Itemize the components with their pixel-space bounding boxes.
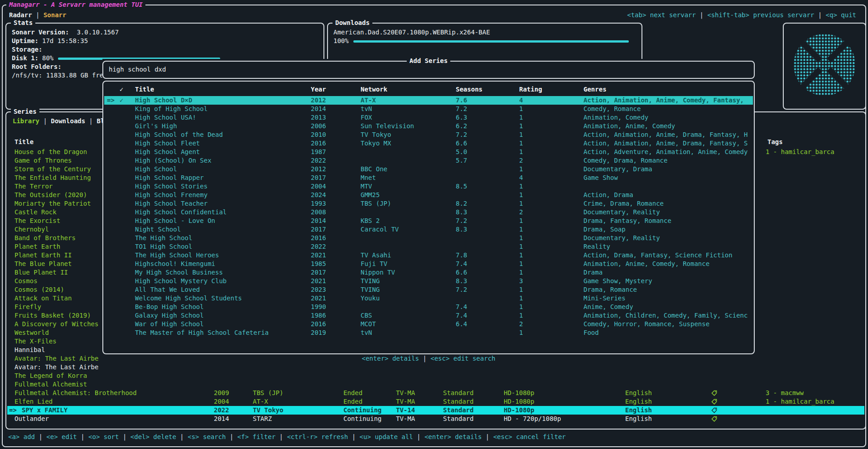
genres-cell: Anime, Comedy xyxy=(583,303,633,311)
result-row[interactable]: The Master of High School Cafeteria2019t… xyxy=(104,328,753,337)
seasons-cell: 7.2 xyxy=(456,130,467,139)
result-row[interactable]: High School of the Dead2010TV Tokyo7.21A… xyxy=(104,130,753,139)
result-row[interactable]: High School Mystery Club2021TVING8.33Gam… xyxy=(104,277,753,285)
separator: | xyxy=(814,11,825,19)
genres-cell: Action, Drama, Fantasy, Science Fiction xyxy=(583,251,733,260)
title-cell: The Outsider (2020) xyxy=(14,191,87,199)
result-row[interactable]: High School USA!2013FOX6.31Animation, Co… xyxy=(104,113,753,122)
result-row[interactable]: High (School) On Sex20225.72Comedy, Dram… xyxy=(104,156,753,165)
title-cell: Cosmos xyxy=(14,277,38,285)
tab-radarr[interactable]: Radarr xyxy=(9,11,32,19)
year-cell: 2012 xyxy=(311,165,326,174)
separator: | xyxy=(275,433,287,440)
genres-cell: Comedy, Horror, Romance, Suspense xyxy=(583,320,709,328)
status-cell: Ended xyxy=(343,389,362,397)
title-cell: Outlander xyxy=(14,415,49,423)
result-row[interactable]: High School Frenemy2024GMM251Action, Dra… xyxy=(104,191,753,199)
result-row[interactable]: High School Teacher1993TBS (JP)8.21Crime… xyxy=(104,199,753,208)
result-row[interactable]: TO1 High School20221Reality xyxy=(104,242,753,251)
series-row[interactable]: =>SPY x FAMILY2022TV TokyoContinuingTV-1… xyxy=(7,406,864,415)
key-hint: <del> delete xyxy=(130,433,176,440)
result-row[interactable]: Girl's High2006Sun Television6.21Animati… xyxy=(104,122,753,130)
result-row[interactable]: High School Agent19875.01Action, Adventu… xyxy=(104,148,753,156)
year-cell: 2019 xyxy=(311,328,326,337)
result-row[interactable]: High School Rapper2017Mnet4Game Show xyxy=(104,174,753,182)
search-box[interactable]: Add Series high school dxd xyxy=(102,61,755,79)
title-cell: Welcome High School Students xyxy=(135,294,242,303)
year-cell: 1993 xyxy=(311,199,326,208)
result-row[interactable]: King of High School2014tvN7.21Comedy, Ro… xyxy=(104,105,753,113)
rating-cell: 1 xyxy=(519,139,523,148)
result-row[interactable]: Be-Bop High School19907.41Anime, Comedy xyxy=(104,303,753,311)
key-hint: <enter> details xyxy=(362,355,419,362)
tag-icon xyxy=(711,415,719,423)
result-row[interactable]: Night School2017Caracol TV8.31Drama, Soa… xyxy=(104,225,753,234)
tab-sonarr[interactable]: Sonarr xyxy=(43,11,67,19)
result-row[interactable]: Welcome High School Students2021Youku1Mi… xyxy=(104,294,753,303)
title-cell: All That We Loved xyxy=(135,285,200,294)
genres-cell: Mini-Series xyxy=(583,294,626,303)
genres-cell: Crime, Drama, Romance xyxy=(583,199,664,208)
title-cell: Blue Planet II xyxy=(14,268,68,277)
search-input[interactable]: high school dxd xyxy=(109,65,166,74)
disk-label: Disk 1: xyxy=(12,54,39,62)
network-cell: Caracol TV xyxy=(361,225,399,234)
year-cell: 2008 xyxy=(311,208,326,217)
language-cell: English xyxy=(625,415,652,423)
title-cell: Firefly xyxy=(14,303,41,311)
result-row[interactable]: =>✓High School D×D2012AT-X7.64Action, An… xyxy=(104,96,753,105)
result-row[interactable]: The High School20161Documentary, Reality xyxy=(104,234,753,242)
network-cell: STARZ xyxy=(253,415,272,423)
key-hint: <o> sort xyxy=(88,433,119,440)
result-row[interactable]: Highschool! Kimengumi1985Fuji TV7.41Anim… xyxy=(104,260,753,268)
managarr-app: Managarr - A Servarr management TUI Rada… xyxy=(0,0,868,449)
key-hint: <esc> edit search xyxy=(430,355,495,362)
rating-cell: 2 xyxy=(519,320,523,328)
series-row[interactable]: Outlander2014STARZContinuingTV-MAStandar… xyxy=(7,415,864,423)
network-cell: TV Asahi xyxy=(361,251,391,260)
result-row[interactable]: All That We Loved2023TVING7.21Drama, Rom… xyxy=(104,285,753,294)
seasons-cell: 6.3 xyxy=(456,113,467,122)
result-row[interactable]: High School - Love On2014KBS 27.21Drama,… xyxy=(104,217,753,225)
result-row[interactable]: High School Confidential20088.32Document… xyxy=(104,208,753,217)
title-cell: Highschool! Kimengumi xyxy=(135,260,215,268)
selection-marker: => xyxy=(9,406,17,415)
rating-cell: 1 xyxy=(519,130,523,139)
type-cell: Standard xyxy=(443,415,473,423)
title-cell: Be-Bop High School xyxy=(135,303,204,311)
result-row[interactable]: Galaxy High School1986CBS7.41Animation, … xyxy=(104,311,753,320)
top-keybindings: <tab> next servarr | <shift-tab> previou… xyxy=(627,11,856,19)
rating-cell: 1 xyxy=(519,217,523,225)
language-cell: English xyxy=(625,406,652,415)
title-cell: The High School Heroes xyxy=(135,251,219,260)
result-row[interactable]: War of High School2016MCOT6.42Comedy, Ho… xyxy=(104,320,753,328)
year-cell: 2016 xyxy=(311,139,326,148)
title-cell: Band of Brothers xyxy=(14,234,76,242)
stats-panel-title: Stats xyxy=(11,19,35,27)
seasons-cell: 8.5 xyxy=(456,182,467,191)
certification-cell: TV-MA xyxy=(396,415,415,423)
key-hint: <esc> cancel filter xyxy=(493,433,566,440)
key-hint: <enter> details xyxy=(424,433,482,440)
genres-cell: Animation, Comedy xyxy=(583,113,648,122)
status-cell: Continuing xyxy=(343,415,381,423)
series-row[interactable]: Fullmetal Alchemist: Brotherhood2009TBS … xyxy=(7,389,864,397)
root-folder-value: /nfs/tv: 11833.88 GB free xyxy=(12,71,107,80)
series-row[interactable]: Fullmetal Alchemist xyxy=(7,380,864,389)
series-row[interactable]: Elfen Lied2004AT-XEndedTV-MAStandardHD-1… xyxy=(7,397,864,406)
uptime-value: 17d 15:58:35 xyxy=(42,37,88,44)
title-cell: High (School) On Sex xyxy=(135,156,212,165)
key-hint: <ctrl-r> refresh xyxy=(287,433,348,440)
separator: | xyxy=(226,433,237,440)
result-row[interactable]: My High School Business2017Nippon TV6.61… xyxy=(104,268,753,277)
network-cell: KBS 2 xyxy=(361,217,380,225)
result-row[interactable]: High School Stories2004MTV8.51 xyxy=(104,182,753,191)
result-row[interactable]: The High School Heroes2021TV Asahi7.81Ac… xyxy=(104,251,753,260)
series-row[interactable]: The Legend of Korra xyxy=(7,372,864,380)
separator: | xyxy=(77,433,88,440)
seasons-cell: 8.3 xyxy=(456,225,467,234)
result-row[interactable]: High School2012BBC One1Documentary, Dram… xyxy=(104,165,753,174)
results-header: ✓ Title Year Network Seasons Rating Genr… xyxy=(104,85,753,94)
network-cell: Youku xyxy=(361,294,380,303)
result-row[interactable]: High School Fleet2016Tokyo MX6.61Action,… xyxy=(104,139,753,148)
